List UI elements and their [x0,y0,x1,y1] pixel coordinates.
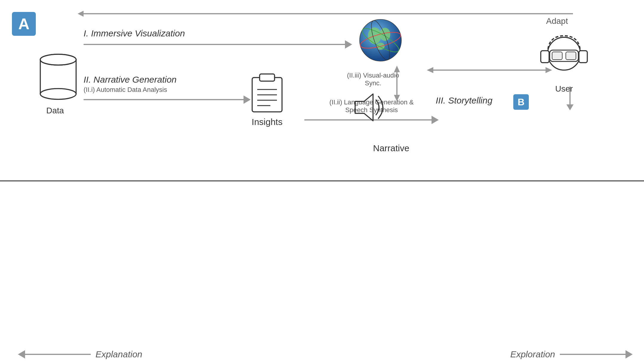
user-wrap: User [537,30,591,94]
immersive-label: I. Immersive Visualization [84,28,352,38]
data-cylinder [39,48,78,103]
storytelling-label: III. Storytelling [436,95,492,106]
double-arrow-vert-svg [392,66,401,101]
adapt-label: Adapt [546,16,568,26]
globe-top [358,18,403,64]
double-arrow-vert [392,66,401,103]
narrative-label: Narrative [373,143,409,153]
dbl-arrow-horiz-svg [427,66,552,75]
clipboard-svg [251,72,284,113]
explanation-label: Explanation [95,349,142,359]
exploration-group: Exploration [510,349,633,359]
clipboard-insights: Insights [251,72,284,127]
panel-a: A Data [0,0,644,181]
data-label: Data [46,106,64,115]
loop-arrow-svg [78,5,576,22]
speaker-svg [352,91,388,124]
audio-speaker [352,91,388,125]
explanation-arrow [18,350,91,359]
explanation-group: Explanation [18,349,142,359]
user-label: User [537,84,591,94]
arrow-narrative: II. Narrative Generation (II.i) Automati… [84,75,251,104]
exploration-label: Exploration [510,349,555,359]
bottom-axis: Explanation Exploration [18,349,633,359]
dbl-arrow-horiz [427,66,552,76]
svg-marker-25 [427,67,433,73]
user-headset-svg [537,30,591,81]
narrative-gen-label: II. Narrative Generation [84,75,251,85]
top-loop-arrow [78,5,576,20]
svg-rect-9 [260,74,275,81]
badge-a: A [12,12,36,36]
svg-point-5 [40,89,76,99]
badge-b-small: B [513,94,529,110]
svg-rect-31 [566,52,576,60]
svg-marker-35 [566,104,574,110]
svg-marker-21 [355,94,373,121]
exploration-arrow [560,350,633,359]
svg-rect-33 [579,51,587,63]
down-arrow-user [566,86,574,112]
panel-b: B [0,181,644,363]
down-arrow-svg [566,86,574,110]
globe-top-svg [358,18,403,63]
svg-rect-30 [552,52,562,60]
svg-marker-24 [394,95,400,101]
auto-analysis-label: (II.i) Automatic Data Analysis [84,86,251,94]
svg-point-16 [380,28,390,41]
arrow-immersive: I. Immersive Visualization [84,28,352,49]
svg-point-14 [360,19,401,61]
svg-marker-1 [78,11,84,17]
svg-rect-32 [541,51,549,63]
svg-marker-22 [394,66,400,72]
insights-label: Insights [251,117,284,127]
